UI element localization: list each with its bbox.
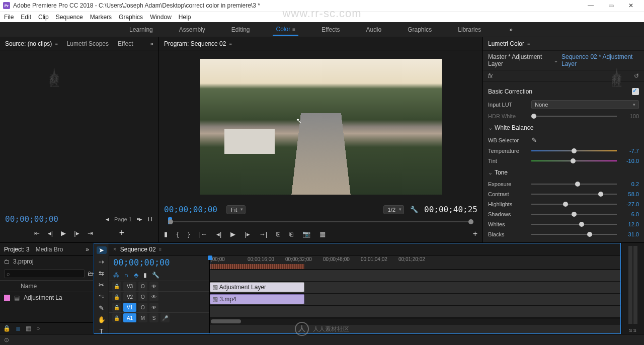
window-close-button[interactable]: ✕: [621, 2, 641, 9]
prog-button-editor[interactable]: +: [473, 229, 477, 238]
tab-sequence[interactable]: Sequence 02≡: [120, 246, 162, 253]
prog-lift[interactable]: ⎘: [276, 230, 280, 238]
tool-track-select[interactable]: ⇢: [97, 258, 107, 266]
project-icon-view-icon[interactable]: ▦: [26, 325, 31, 332]
menu-window[interactable]: Window: [150, 14, 172, 21]
menu-file[interactable]: File: [4, 14, 14, 21]
workspace-overflow-button[interactable]: »: [504, 26, 518, 33]
tab-project[interactable]: Project: 3: [4, 246, 30, 253]
section-white-balance[interactable]: White Balance: [488, 121, 639, 134]
lumetri-menu-icon[interactable]: ≡: [527, 41, 530, 46]
timeline-ruler[interactable]: ;00;00 00;00;16;00 00;00;32;00 00;00;48;…: [210, 255, 620, 270]
window-minimize-button[interactable]: —: [581, 2, 601, 9]
source-add-button[interactable]: +: [119, 228, 125, 238]
highlights-value[interactable]: -27.0: [621, 201, 639, 207]
v3-lock[interactable]: 🔒: [112, 282, 121, 291]
a1-mute[interactable]: M: [138, 313, 147, 322]
timeline-h-scroll[interactable]: [210, 318, 620, 325]
tab-source[interactable]: Source: (no clips)≡: [5, 40, 58, 47]
snap-icon[interactable]: ⁂: [113, 272, 119, 279]
blacks-value[interactable]: 31.0: [621, 231, 639, 237]
workspace-color-menu-icon[interactable]: ≡: [292, 27, 295, 32]
source-stop-icon[interactable]: ▪▸: [137, 215, 143, 223]
project-list-view-icon[interactable]: ≣: [16, 325, 21, 332]
lumetri-master-label[interactable]: Master * Adjustment Layer: [488, 53, 550, 67]
a1-voiceover[interactable]: 🎤: [160, 313, 170, 322]
v2-lock[interactable]: 🔒: [112, 292, 121, 301]
tool-slip[interactable]: ⇋: [97, 293, 107, 300]
project-col-name[interactable]: Name: [21, 283, 37, 290]
source-step-back[interactable]: ◂|: [48, 229, 53, 237]
workspace-libraries[interactable]: Libraries: [455, 24, 484, 35]
prog-go-out[interactable]: →|: [259, 230, 267, 238]
shadows-slider[interactable]: [531, 211, 617, 217]
v2-eye[interactable]: 👁: [149, 292, 158, 301]
menu-sequence[interactable]: Sequence: [56, 14, 83, 21]
contrast-slider[interactable]: [531, 191, 617, 197]
program-scrubber[interactable]: [164, 217, 477, 227]
workspace-graphics[interactable]: Graphics: [405, 24, 435, 35]
menu-edit[interactable]: Edit: [21, 14, 31, 21]
workspace-audio[interactable]: Audio: [363, 24, 384, 35]
temperature-value[interactable]: -7.7: [621, 148, 639, 154]
tool-pen[interactable]: ✎: [97, 304, 107, 312]
workspace-editing[interactable]: Editing: [228, 24, 253, 35]
track-v1[interactable]: ▧ 3.mp4: [210, 294, 620, 306]
v2-target[interactable]: V2: [123, 292, 136, 301]
tab-program[interactable]: Program: Sequence 02≡: [164, 40, 232, 47]
project-filter-icon[interactable]: 🗁: [88, 270, 94, 277]
tool-type[interactable]: T: [97, 327, 107, 335]
v3-target[interactable]: V3: [123, 282, 136, 291]
prog-go-in[interactable]: |←: [199, 230, 207, 238]
lumetri-seq-label[interactable]: Sequence 02 * Adjustment Layer: [561, 53, 639, 67]
tool-selection[interactable]: ➤: [97, 246, 107, 254]
tab-media-browser[interactable]: Media Bro: [36, 246, 63, 253]
program-settings-icon[interactable]: 🔧: [410, 206, 418, 213]
track-v3[interactable]: [210, 270, 620, 282]
shadows-value[interactable]: -6.0: [621, 211, 639, 217]
source-timecode[interactable]: 00;00;00;00: [5, 214, 58, 224]
tool-razor[interactable]: ✂: [97, 281, 107, 289]
tab-effect[interactable]: Effect: [118, 40, 133, 47]
workspace-color[interactable]: Color≡: [273, 24, 298, 36]
v1-toggle-output[interactable]: O: [138, 303, 147, 312]
menu-markers[interactable]: Markers: [90, 14, 112, 21]
workspace-assembly[interactable]: Assembly: [176, 24, 208, 35]
prog-extract[interactable]: ⎗: [289, 230, 293, 238]
source-text-icon[interactable]: tT: [147, 215, 153, 223]
program-timecode[interactable]: [164, 205, 220, 214]
project-item-row[interactable]: ▤ Adjustment La: [0, 292, 93, 303]
v2-toggle-output[interactable]: O: [138, 292, 147, 301]
basic-correction-toggle[interactable]: [632, 88, 639, 95]
project-freeform-icon[interactable]: ○: [36, 325, 40, 332]
section-basic-correction[interactable]: Basic Correction: [488, 85, 639, 98]
tab-program-menu-icon[interactable]: ≡: [229, 41, 231, 46]
prog-export-frame[interactable]: 📷: [302, 230, 310, 238]
source-step-fwd[interactable]: |▸: [74, 229, 79, 237]
program-zoom-dropdown[interactable]: Fit: [226, 205, 246, 214]
tab-lumetri-color[interactable]: Lumetri Color≡: [488, 40, 530, 47]
contrast-value[interactable]: 58.0: [621, 191, 639, 197]
clip-adjustment-layer[interactable]: ▧ Adjustment Layer: [210, 282, 304, 292]
whites-value[interactable]: 12.0: [621, 221, 639, 227]
v1-eye[interactable]: 👁: [149, 303, 158, 312]
v3-eye[interactable]: 👁: [149, 282, 158, 291]
prog-step-fwd[interactable]: |▸: [245, 230, 250, 238]
highlights-slider[interactable]: [531, 201, 617, 207]
tint-slider[interactable]: [531, 158, 617, 164]
timeline-tracks[interactable]: ;00;00 00;00;16;00 00;00;32;00 00;00;48;…: [210, 255, 620, 333]
timeline-close-tab[interactable]: ×: [113, 246, 116, 252]
tl-wrench-icon[interactable]: 🔧: [152, 272, 159, 279]
a1-target[interactable]: A1: [123, 313, 136, 322]
blacks-slider[interactable]: [531, 231, 617, 237]
tl-settings-marker-icon[interactable]: ▮: [143, 272, 147, 279]
tab-lumetri-scopes[interactable]: Lumetri Scopes: [67, 40, 109, 47]
a1-solo[interactable]: S: [149, 313, 158, 322]
linked-selection-icon[interactable]: ∩: [124, 272, 129, 279]
source-go-out[interactable]: ⇥: [88, 229, 93, 237]
exposure-slider[interactable]: [531, 181, 617, 187]
clip-video[interactable]: ▧ 3.mp4: [210, 294, 304, 304]
project-search-input[interactable]: [4, 269, 85, 278]
prog-step-back[interactable]: ◂|: [216, 230, 221, 238]
prog-compare[interactable]: ▦: [319, 230, 326, 238]
